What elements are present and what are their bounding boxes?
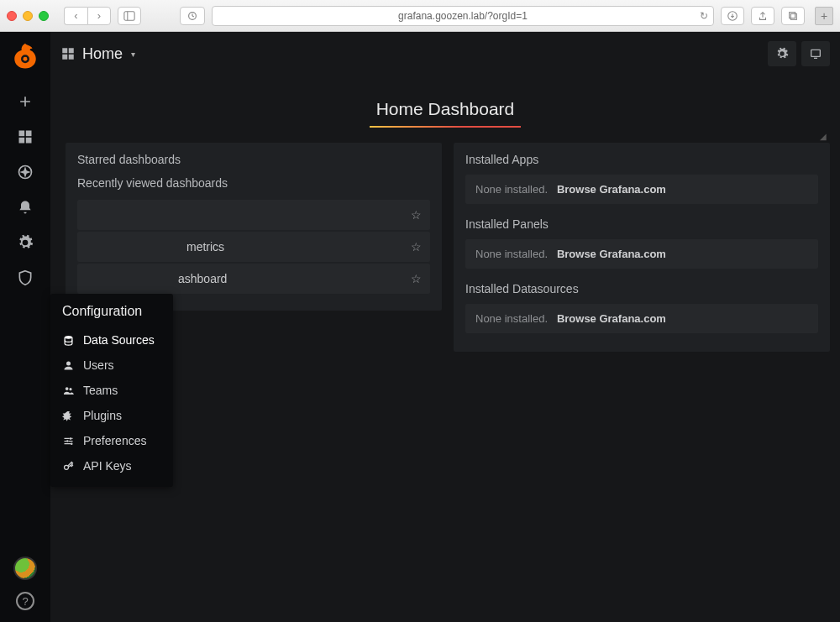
star-icon[interactable]: ☆ — [411, 240, 422, 254]
recent-title: Recently viewed dashboards — [77, 176, 430, 190]
user-avatar[interactable] — [13, 557, 37, 580]
grafana-app: ? Configuration Data Sources Users Teams… — [0, 32, 840, 622]
close-window-button[interactable] — [7, 11, 17, 21]
reader-button[interactable] — [180, 7, 205, 25]
sidebar: ? — [0, 32, 50, 622]
minimize-window-button[interactable] — [23, 11, 33, 21]
svg-rect-7 — [790, 13, 796, 19]
svg-rect-0 — [124, 11, 134, 20]
svg-rect-10 — [19, 131, 25, 137]
svg-rect-12 — [19, 138, 25, 144]
downloads-button[interactable] — [721, 7, 744, 25]
panel-resize-handle[interactable]: ◢ — [820, 132, 827, 141]
forward-button[interactable]: › — [87, 7, 111, 25]
installed-panel: Installed Apps None installed. Browse Gr… — [454, 143, 830, 352]
svg-point-15 — [65, 335, 72, 338]
flyout-item-plugins[interactable]: Plugins — [50, 403, 173, 428]
flyout-title: Configuration — [50, 302, 173, 327]
star-icon[interactable]: ☆ — [411, 208, 422, 222]
svg-rect-24 — [69, 48, 74, 53]
browse-link[interactable]: Browse Grafana.com — [557, 312, 666, 325]
new-tab-button[interactable]: + — [815, 7, 833, 25]
sidebar-create[interactable] — [0, 84, 50, 119]
dashboard-row[interactable]: ☆ — [77, 200, 430, 230]
none-text: None installed. — [475, 312, 548, 325]
svg-rect-23 — [62, 48, 67, 53]
installed-panels-box: None installed. Browse Grafana.com — [465, 239, 818, 269]
none-text: None installed. — [475, 183, 548, 196]
flyout-item-teams[interactable]: Teams — [50, 378, 173, 403]
browse-link[interactable]: Browse Grafana.com — [557, 248, 666, 260]
flyout-item-data-sources[interactable]: Data Sources — [50, 327, 173, 353]
dashboard-row[interactable]: metrics ☆ — [77, 232, 430, 262]
settings-button[interactable] — [768, 41, 796, 66]
breadcrumb-text: Home — [82, 45, 123, 63]
starred-title: Starred dashboards — [77, 153, 430, 166]
configuration-flyout: Configuration Data Sources Users Teams P… — [50, 294, 173, 487]
installed-panels-title: Installed Panels — [465, 217, 818, 231]
back-button[interactable]: ‹ — [64, 7, 87, 25]
installed-datasources-box: None installed. Browse Grafana.com — [465, 304, 818, 333]
sidebar-configuration[interactable] — [0, 225, 50, 260]
dashboard-list-panel: Starred dashboards Recently viewed dashb… — [66, 143, 442, 311]
flyout-label: Data Sources — [83, 333, 155, 347]
none-text: None installed. — [475, 248, 548, 260]
svg-point-19 — [70, 437, 72, 440]
svg-rect-6 — [790, 12, 795, 18]
share-button[interactable] — [751, 7, 774, 25]
flyout-label: Users — [83, 358, 114, 372]
grafana-logo[interactable] — [10, 40, 40, 71]
browser-chrome: ‹ › grafana.goozen.lab/?orgId=1 ↻ + — [0, 0, 840, 32]
cycle-view-button[interactable] — [801, 41, 830, 66]
svg-rect-26 — [69, 55, 74, 60]
svg-rect-13 — [26, 138, 32, 144]
maximize-window-button[interactable] — [39, 11, 49, 21]
installed-apps-title: Installed Apps — [465, 153, 818, 166]
nav-back-forward: ‹ › — [64, 7, 111, 25]
flyout-item-users[interactable]: Users — [50, 353, 173, 378]
sidebar-explore[interactable] — [0, 154, 50, 190]
dashboard-row-label: ashboard — [178, 272, 227, 285]
url-text: grafana.goozen.lab/?orgId=1 — [398, 10, 528, 22]
svg-point-21 — [71, 442, 73, 445]
sidebar-alerting[interactable] — [0, 190, 50, 225]
svg-rect-11 — [26, 131, 32, 137]
topbar: Home ▾ — [50, 32, 840, 76]
chevron-down-icon: ▾ — [131, 50, 135, 59]
star-icon[interactable]: ☆ — [411, 272, 422, 285]
dashboard-row[interactable]: ashboard ☆ — [77, 264, 430, 294]
svg-point-9 — [24, 57, 28, 61]
tabs-button[interactable] — [781, 7, 805, 25]
right-column: Installed Apps None installed. Browse Gr… — [454, 143, 830, 612]
svg-point-20 — [66, 440, 69, 442]
title-underline — [370, 126, 521, 128]
svg-point-18 — [69, 388, 71, 390]
flyout-label: Preferences — [83, 434, 146, 447]
sidebar-server-admin[interactable] — [0, 260, 50, 295]
flyout-item-api-keys[interactable]: API Keys — [50, 453, 173, 478]
dashboard-picker[interactable]: Home ▾ — [60, 45, 135, 63]
page-title: Home Dashboard — [376, 99, 515, 119]
dashboard-row-label: metrics — [186, 240, 224, 254]
reload-icon[interactable]: ↻ — [700, 10, 708, 22]
dashboards-icon — [60, 46, 76, 61]
svg-rect-25 — [62, 55, 67, 60]
window-controls — [7, 11, 49, 21]
installed-apps-box: None installed. Browse Grafana.com — [465, 175, 818, 204]
url-bar[interactable]: grafana.goozen.lab/?orgId=1 ↻ — [212, 6, 714, 26]
svg-line-4 — [192, 16, 194, 17]
svg-rect-27 — [811, 50, 821, 56]
installed-datasources-title: Installed Datasources — [465, 282, 818, 295]
help-button[interactable]: ? — [16, 592, 34, 610]
sidebar-toggle-button[interactable] — [118, 7, 141, 25]
flyout-label: Plugins — [83, 409, 122, 422]
flyout-label: Teams — [83, 384, 118, 397]
flyout-item-preferences[interactable]: Preferences — [50, 428, 173, 453]
svg-point-22 — [65, 465, 69, 469]
sidebar-dashboards[interactable] — [0, 119, 50, 154]
svg-point-16 — [66, 361, 71, 365]
flyout-label: API Keys — [83, 459, 132, 473]
browse-link[interactable]: Browse Grafana.com — [557, 183, 666, 196]
svg-point-17 — [66, 387, 69, 390]
svg-rect-28 — [814, 58, 817, 59]
